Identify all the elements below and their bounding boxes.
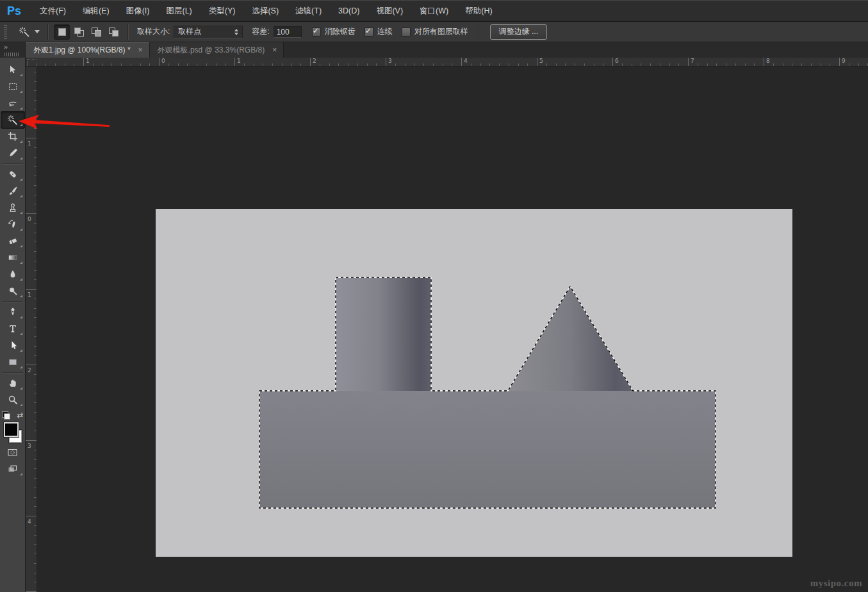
sample-size-dropdown[interactable]: 取样点 [174, 26, 243, 38]
foreground-color-swatch[interactable] [4, 422, 19, 437]
new-selection-button[interactable] [54, 25, 69, 39]
dodge-tool[interactable] [1, 283, 24, 299]
document-tab-2[interactable]: 外观模板.psd @ 33.3%(RGB/8) × [150, 42, 284, 58]
base-rectangle-shape[interactable] [259, 391, 716, 508]
pen-tool[interactable] [1, 304, 24, 320]
ruler-major-tick [764, 58, 764, 66]
intersect-selection-button[interactable] [106, 25, 121, 39]
ruler-tick [414, 63, 414, 66]
refine-edge-button[interactable]: 调整边缘 ... [490, 24, 547, 40]
contiguous-option[interactable]: 连续 [364, 26, 393, 37]
eyedropper-tool[interactable] [1, 145, 24, 161]
screen-mode-button[interactable] [1, 461, 24, 477]
brush-tool[interactable] [1, 183, 24, 199]
history-brush-tool-icon [8, 219, 18, 229]
type-tool[interactable] [1, 320, 24, 337]
tool-preset-picker[interactable] [16, 25, 42, 39]
options-bar-grip[interactable] [4, 25, 7, 39]
menu-filter[interactable]: 滤镜(T) [287, 1, 330, 21]
subtract-from-selection-button[interactable] [89, 25, 104, 39]
tolerance-label: 容差: [252, 26, 269, 37]
ruler-major-tick [461, 58, 462, 66]
ruler-tick [34, 157, 37, 158]
sample-all-layers-option[interactable]: 对所有图层取样 [402, 26, 468, 37]
ruler-tick [27, 63, 28, 66]
eraser-tool[interactable] [1, 233, 24, 249]
blur-tool[interactable] [1, 266, 24, 283]
tools-panel-header[interactable]: » [0, 42, 26, 58]
ruler-tick [575, 63, 575, 66]
ruler-tick [745, 63, 746, 66]
ruler-tick [34, 544, 37, 545]
swap-colors-icon[interactable]: ⇄ [17, 411, 23, 420]
canvas-area[interactable] [37, 67, 868, 592]
document-tab-1[interactable]: 外观1.jpg @ 100%(RGB/8) * × [26, 42, 150, 58]
ruler-tick [518, 63, 519, 66]
add-to-selection-button[interactable] [72, 25, 86, 39]
blur-tool-icon [8, 269, 18, 279]
gradient-tool-icon [8, 252, 18, 263]
menu-3d[interactable]: 3D(D) [330, 1, 368, 21]
tolerance-input[interactable] [274, 26, 302, 38]
ruler-tick [34, 90, 37, 91]
anti-alias-label: 消除锯齿 [325, 26, 356, 37]
menu-file[interactable]: 文件(F) [31, 1, 74, 21]
menu-image[interactable]: 图像(I) [118, 1, 158, 21]
ruler-tick [34, 270, 37, 271]
ruler-tick [34, 402, 37, 403]
menu-window[interactable]: 窗口(W) [411, 1, 457, 21]
close-icon[interactable]: × [271, 45, 278, 54]
horizontal-ruler[interactable]: 10123456789 [26, 58, 868, 67]
vertical-ruler[interactable]: 1012345 [26, 67, 37, 592]
path-selection-tool[interactable] [1, 337, 24, 354]
ruler-major-tick [612, 58, 613, 66]
ruler-major-tick [310, 58, 311, 66]
contiguous-checkbox[interactable] [364, 28, 373, 37]
ruler-tick [735, 63, 736, 66]
menu-select[interactable]: 选择(S) [243, 1, 287, 21]
quick-mask-button[interactable] [1, 444, 24, 461]
ruler-tick [34, 204, 37, 204]
hand-tool[interactable] [1, 375, 24, 391]
gradient-tool[interactable] [1, 249, 24, 266]
move-tool[interactable] [1, 62, 24, 78]
menu-view[interactable]: 视图(V) [368, 1, 411, 21]
ruler-tick [140, 63, 141, 66]
ruler-tick [622, 63, 623, 66]
ruler-tick [291, 63, 292, 66]
default-colors-icon[interactable] [2, 411, 10, 420]
menu-help[interactable]: 帮助(H) [457, 1, 500, 21]
rectangular-marquee-tool[interactable] [1, 78, 24, 95]
menu-layer[interactable]: 图层(L) [158, 1, 200, 21]
ruler-tick [405, 63, 405, 66]
zoom-tool[interactable] [1, 391, 24, 408]
ruler-label: 1 [28, 292, 31, 298]
ruler-tick [34, 81, 37, 82]
clone-stamp-tool[interactable] [1, 199, 24, 216]
double-chevron-icon[interactable]: » [4, 43, 7, 51]
color-swatches [3, 422, 22, 443]
spinner-icon [234, 29, 238, 35]
document-image[interactable] [156, 209, 792, 557]
ruler-tick [34, 563, 37, 564]
ruler-tick [34, 223, 37, 224]
ruler-major-tick [159, 58, 160, 66]
ruler-tick [34, 506, 37, 507]
menu-edit[interactable]: 编辑(E) [74, 1, 118, 21]
lasso-tool[interactable] [1, 95, 24, 111]
menu-type[interactable]: 类型(Y) [201, 1, 244, 21]
tools-panel: ⇄ [0, 58, 26, 592]
sample-all-layers-checkbox[interactable] [402, 28, 411, 37]
anti-alias-checkbox[interactable] [312, 28, 321, 37]
close-icon[interactable]: × [137, 45, 144, 54]
anti-alias-option[interactable]: 消除锯齿 [312, 26, 356, 37]
ruler-tick [65, 63, 65, 66]
ruler-tick [34, 393, 37, 393]
new-selection-icon [58, 28, 66, 36]
rectangle-shape-tool[interactable] [1, 354, 24, 370]
sample-size-value: 取样点 [178, 26, 201, 37]
ruler-tick [36, 63, 37, 66]
cylinder-shape[interactable] [336, 277, 431, 391]
spot-healing-brush-tool[interactable] [1, 166, 24, 183]
history-brush-tool[interactable] [1, 216, 24, 233]
